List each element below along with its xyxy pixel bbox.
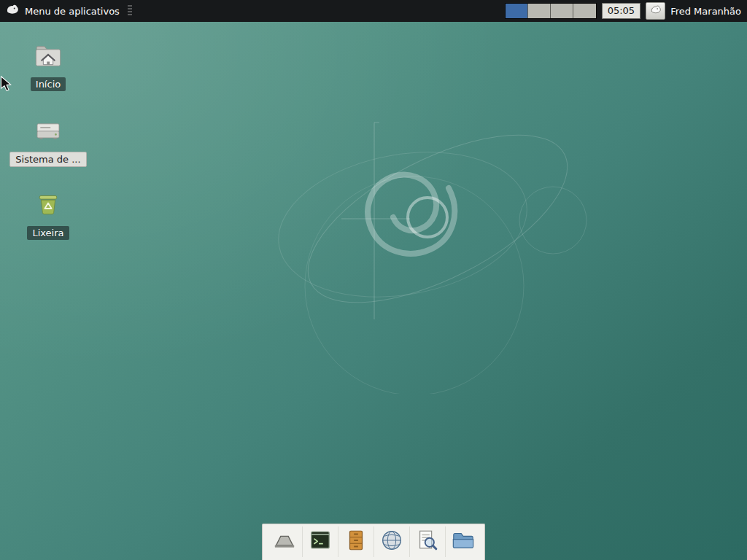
workspace-4[interactable] [573, 4, 596, 18]
dock-application-finder-button[interactable] [409, 526, 445, 557]
dock-web-browser-button[interactable] [374, 526, 409, 557]
file-manager-folder-icon [451, 528, 476, 556]
home-folder-icon [34, 42, 63, 74]
dock-file-manager-button[interactable] [445, 526, 481, 557]
desktop-icon-label: Início [31, 77, 66, 91]
terminal-icon [308, 528, 333, 556]
workspace-1[interactable] [506, 4, 528, 18]
application-finder-icon [415, 528, 440, 556]
hard-drive-icon [34, 116, 63, 148]
panel-grip-handle[interactable] [128, 5, 132, 17]
launcher-dock [262, 524, 485, 560]
dock-show-desktop-button[interactable] [266, 526, 302, 557]
dock-file-cabinet-button[interactable] [338, 526, 374, 557]
workspace-3[interactable] [551, 4, 573, 18]
applications-menu-label: Menu de aplicativos [25, 6, 120, 17]
web-browser-globe-icon [379, 528, 404, 556]
clock[interactable]: 05:05 [602, 3, 640, 19]
desktop-icon-label: Lixeira [27, 226, 69, 240]
dock-terminal-button[interactable] [302, 526, 338, 557]
file-cabinet-icon [344, 528, 368, 556]
workspace-2[interactable] [528, 4, 551, 18]
trash-bin-icon [34, 190, 63, 222]
top-panel: Menu de aplicativos 05:05 Fred Maranhão [0, 0, 747, 22]
show-desktop-icon [272, 528, 297, 556]
panel-right-area: 05:05 Fred Maranhão [505, 0, 747, 22]
xfce-mouse-logo-icon [5, 3, 20, 20]
desktop-icon-home[interactable]: Início [8, 42, 88, 91]
applications-menu-button[interactable]: Menu de aplicativos [0, 0, 132, 22]
tray-mouse-icon [650, 4, 662, 18]
desktop-icon-label: Sistema de ... [9, 152, 86, 167]
tray-button[interactable] [646, 2, 665, 20]
workspace-switcher [505, 3, 597, 19]
desktop-icon-trash[interactable]: Lixeira [8, 190, 88, 240]
debian-swirl-watermark [241, 102, 620, 397]
desktop-icon-filesystem[interactable]: Sistema de ... [8, 116, 88, 167]
session-user-menu[interactable]: Fred Maranhão [670, 6, 741, 17]
